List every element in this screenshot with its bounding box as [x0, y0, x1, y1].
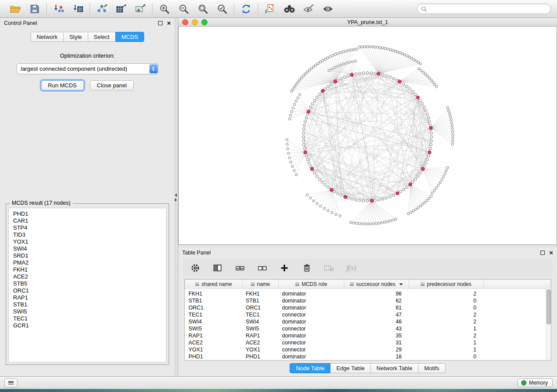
import-table-icon — [73, 3, 83, 14]
zoom-out-button[interactable] — [177, 3, 190, 15]
function-icon: f(x) — [346, 264, 356, 272]
clone-network-button[interactable] — [263, 3, 277, 15]
float-window-icon[interactable] — [158, 21, 163, 25]
mcds-result-item[interactable]: ACE2 — [13, 273, 166, 280]
float-window-icon[interactable] — [540, 251, 545, 255]
show-columns-button[interactable] — [211, 262, 224, 274]
cell-shared-name: YOX1 — [185, 346, 242, 353]
add-column-button[interactable] — [278, 262, 291, 274]
refresh-button[interactable] — [239, 3, 253, 15]
mcds-result-item[interactable]: SRD1 — [13, 252, 166, 259]
mcds-result-item[interactable]: SWI4 — [13, 245, 166, 252]
column-header-mcds-role[interactable]: MCDS role — [279, 280, 344, 289]
close-panel-button[interactable]: Close panel — [90, 80, 134, 90]
export-table-button[interactable] — [114, 3, 128, 15]
tab-mcds[interactable]: MCDS — [115, 32, 144, 42]
tab-network[interactable]: Network — [31, 32, 64, 42]
style-visibility-button[interactable] — [302, 3, 315, 15]
memory-button[interactable]: Memory — [517, 378, 553, 387]
mcds-result-item[interactable]: TEC1 — [13, 315, 166, 322]
table-row[interactable]: STB1STB1dominator620 — [185, 297, 551, 304]
zoom-out-icon — [178, 3, 189, 14]
column-header-predecessor-nodes[interactable]: predecessor nodes — [409, 280, 484, 289]
mcds-result-item[interactable]: RAP1 — [13, 294, 166, 301]
show-hide-button[interactable] — [321, 3, 334, 15]
table-row[interactable]: ORC1ORC1dominator610 — [185, 304, 551, 311]
zoom-in-icon — [159, 3, 170, 14]
tab-node-table[interactable]: Node Table — [290, 363, 331, 373]
table-row[interactable]: ACE2ACE2connector311 — [185, 339, 551, 346]
mcds-result-item[interactable]: FKH1 — [13, 266, 166, 273]
cell-successor-nodes: 35 — [344, 332, 409, 339]
mcds-result-item[interactable]: GCR1 — [13, 322, 166, 329]
table-row[interactable]: SWI4SWI4dominator462 — [185, 318, 551, 325]
cell-shared-name: ORC1 — [185, 304, 242, 311]
minimize-window-icon[interactable] — [192, 19, 198, 25]
find-button[interactable] — [283, 3, 296, 15]
column-header-successor-nodes[interactable]: successor nodes — [344, 280, 409, 289]
mcds-result-item[interactable]: CAR1 — [13, 217, 166, 224]
column-attribute-icon — [350, 282, 354, 286]
import-network-button[interactable] — [52, 3, 65, 15]
mcds-result-item[interactable]: PHD1 — [13, 210, 166, 217]
mcds-result-title: MCDS result (17 nodes) — [10, 200, 73, 206]
export-image-button[interactable] — [134, 3, 147, 15]
close-panel-icon[interactable]: × — [549, 251, 553, 255]
tab-style[interactable]: Style — [63, 32, 88, 42]
column-header-name[interactable]: name — [242, 280, 279, 289]
column-header-shared-name[interactable]: shared name — [185, 280, 242, 289]
optimization-dropdown[interactable]: largest connected component (undirected) — [17, 63, 159, 74]
hide-column-button[interactable] — [322, 262, 336, 274]
mcds-result-item[interactable]: ORC1 — [13, 287, 166, 294]
zoom-in-button[interactable] — [158, 3, 171, 15]
mcds-result-item[interactable]: SWI5 — [13, 308, 166, 315]
network-canvas[interactable] — [178, 27, 557, 245]
zoom-toolbar-group — [152, 3, 234, 15]
table-row[interactable]: SWI5SWI5connector431 — [185, 325, 551, 332]
mcds-result-list[interactable]: PHD1CAR1STP4TID3YOX1SWI4SRD1PMA2FKH1ACE2… — [8, 208, 166, 362]
tab-network-table[interactable]: Network Table — [370, 363, 419, 373]
deselect-all-button[interactable] — [256, 262, 269, 274]
tab-motifs[interactable]: Motifs — [418, 363, 446, 373]
tab-select[interactable]: Select — [88, 32, 116, 42]
status-menu-button[interactable] — [4, 378, 17, 388]
scrollbar-thumb[interactable] — [547, 289, 551, 324]
table-row[interactable]: FKH1FKH1dominator962 — [185, 289, 551, 298]
close-panel-icon[interactable]: × — [167, 21, 171, 25]
function-builder-button[interactable]: f(x) — [345, 262, 358, 274]
open-file-button[interactable] — [9, 3, 22, 15]
select-all-button[interactable] — [233, 262, 246, 274]
tab-edge-table[interactable]: Edge Table — [330, 363, 371, 373]
zoom-selected-button[interactable] — [215, 3, 228, 15]
cell-successor-nodes: 29 — [344, 346, 409, 353]
mcds-tab-content: Optimization criterion: largest connecte… — [0, 43, 175, 376]
open-folder-icon — [10, 4, 21, 14]
mcds-result-item[interactable]: TID3 — [13, 231, 166, 238]
table-row[interactable]: TEC1TEC1connector472 — [185, 311, 551, 318]
table-row[interactable]: YOX1YOX1connector291 — [185, 346, 551, 353]
network-graph[interactable] — [179, 27, 557, 244]
mcds-result-item[interactable]: STP4 — [13, 224, 166, 231]
mcds-result-item[interactable]: PMA2 — [13, 259, 166, 266]
splitter-collapse-icon[interactable] — [175, 193, 177, 202]
export-network-button[interactable] — [95, 3, 108, 15]
cell-mcds-role: connector — [279, 325, 344, 332]
import-table-button[interactable] — [71, 3, 84, 15]
mcds-result-item[interactable]: STB1 — [13, 301, 166, 308]
save-button[interactable] — [28, 3, 41, 15]
run-mcds-button[interactable]: Run MCDS — [41, 80, 84, 90]
close-window-icon[interactable] — [182, 19, 188, 25]
cell-name: ACE2 — [242, 339, 279, 346]
table-settings-button[interactable] — [189, 262, 202, 274]
vertical-splitter[interactable] — [175, 18, 178, 376]
zoom-window-icon[interactable] — [201, 19, 208, 25]
delete-column-button[interactable] — [300, 262, 313, 274]
mcds-result-item[interactable]: YOX1 — [13, 238, 166, 245]
table-row[interactable]: PHD1PHD1dominator180 — [185, 353, 551, 360]
table-scrollbar[interactable] — [546, 289, 551, 360]
column-attribute-icon — [251, 282, 255, 286]
search-input[interactable] — [429, 5, 547, 12]
zoom-fit-button[interactable] — [196, 3, 209, 15]
table-row[interactable]: RAP1RAP1dominator352 — [185, 332, 551, 339]
mcds-result-item[interactable]: STB5 — [13, 280, 166, 287]
